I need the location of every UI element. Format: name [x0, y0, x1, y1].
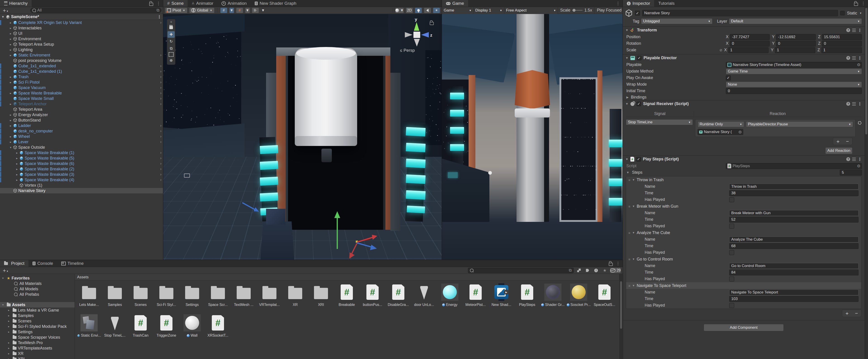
create-asset-button[interactable]: ＋▾ — [2, 267, 8, 274]
asset-tile[interactable]: #XRSocketT... — [205, 313, 231, 337]
initial-time-field[interactable]: 0 — [726, 88, 862, 94]
kebab-menu-icon[interactable]: ⋮ — [156, 1, 160, 6]
hierarchy-item[interactable]: ▸ ButtonStand — [0, 118, 163, 123]
scene-effects-dropdown[interactable]: ✶ — [433, 7, 440, 13]
steps-foldout[interactable]: Steps — [632, 170, 643, 175]
help-icon[interactable]: ? — [846, 157, 850, 161]
project-folder[interactable]: ▸Samples — [0, 313, 74, 318]
hierarchy-item[interactable]: desk_no_computer › — [0, 128, 163, 134]
asset-tile[interactable]: Wall — [179, 313, 205, 337]
move-tool[interactable]: ✚ — [167, 31, 175, 38]
scene-audio-toggle[interactable] — [424, 7, 431, 13]
asset-tile[interactable]: VRTemplat... — [256, 283, 282, 307]
reaction-target-field[interactable]: Narrative Story (⊙ — [698, 129, 743, 135]
scale-x-field[interactable]: 1 — [728, 47, 769, 53]
hierarchy-item[interactable]: Space Waste Small › — [0, 96, 163, 101]
rect-tool[interactable] — [168, 52, 174, 57]
drag-handle-icon[interactable]: ≡ — [628, 178, 630, 182]
add-signal-button[interactable]: ＋ — [833, 138, 843, 145]
step-header[interactable]: ≡ ▼ Break Meteor with Gun — [626, 203, 861, 210]
signal-receiver-header[interactable]: ▼ ✓ Signal Receiver (Script) ?⋮ — [623, 100, 865, 107]
scene-lighting-toggle[interactable] — [415, 7, 422, 13]
projection-label[interactable]: ≤Persp — [400, 48, 415, 53]
game-view-dropdown[interactable]: Game▼ — [442, 7, 473, 14]
signal-dropdown[interactable]: Stop TimeLine▼ — [626, 119, 693, 125]
step-name-field[interactable]: Analyze The Cube — [729, 236, 859, 242]
inspector-scrollbar[interactable] — [865, 7, 868, 359]
camera-gizmo-icon[interactable] — [184, 173, 190, 177]
tab-tutorials[interactable]: Tutorials — [654, 0, 679, 7]
handle-space-dropdown[interactable]: Global▼ — [189, 7, 215, 13]
asset-tile[interactable]: #TrashCan — [128, 313, 153, 337]
step-time-field[interactable]: 38 — [729, 190, 859, 196]
prefab-open-chevron[interactable]: › — [160, 91, 161, 95]
project-kebab-icon[interactable]: ⋮ — [616, 261, 620, 266]
wrap-mode-dropdown[interactable]: None▼ — [726, 81, 862, 88]
playable-director-header[interactable]: ▼ ✓ Playable Director ?⋮ — [623, 54, 865, 61]
favorites-root[interactable]: ▾★Favorites — [0, 275, 74, 281]
drag-handle-icon[interactable]: ≡ — [628, 257, 630, 261]
hierarchy-item[interactable]: ▸ Ladder › — [0, 123, 163, 128]
inspector-kebab-icon[interactable]: ⋮ — [861, 1, 865, 6]
position-y-field[interactable]: -12.51692 — [776, 34, 816, 40]
hierarchy-item[interactable]: ▾ Space Outside — [0, 144, 163, 150]
play-focused-dropdown[interactable]: Play Focused — [594, 7, 623, 14]
step-name-field[interactable]: Navigate To Space Teleport — [729, 289, 859, 295]
hierarchy-search-input[interactable]: All ⧉ — [30, 8, 161, 13]
tab-new-shader-graph[interactable]: New Shader Graph — [251, 0, 301, 7]
hierarchy-item[interactable]: Cube_1x1_extended › — [0, 63, 163, 69]
increment-snap-toggle[interactable]: # — [236, 7, 243, 13]
asset-tile[interactable]: #PlaySteps — [514, 283, 540, 307]
sr-kebab-icon[interactable]: ⋮ — [858, 101, 862, 106]
tab-scene[interactable]: # Scene — [163, 0, 188, 7]
hierarchy-item[interactable]: ▸ Teleport Anchor › — [0, 101, 163, 107]
search-in-icon[interactable]: ⧉ — [569, 268, 572, 273]
transform-tool[interactable]: ⊕ — [167, 57, 175, 64]
add-object-button[interactable]: ＋▾ — [2, 7, 8, 14]
gizmo-lock-icon[interactable] — [430, 22, 434, 25]
presets-icon[interactable] — [852, 158, 856, 161]
prefab-open-chevron[interactable]: › — [160, 124, 161, 128]
project-folder[interactable]: ▸XR — [0, 351, 74, 356]
step-fold-icon[interactable]: ▼ — [632, 284, 635, 287]
runtime-mode-dropdown[interactable]: Runtime Only▼ — [698, 121, 744, 127]
scene-viewport[interactable]: y z ≤Persp ≡ ✚ ↻ ⧉ ⊕ — [163, 14, 442, 260]
hierarchy-item[interactable]: ▸ Sci Fi Pistol › — [0, 79, 163, 85]
asset-tile[interactable]: #TriggerZone — [153, 313, 179, 337]
step-header[interactable]: ≡ ▼ Navigate To Space Teleport — [626, 282, 861, 289]
asset-tile[interactable]: ▶New Shad... — [489, 283, 514, 307]
hierarchy-item[interactable]: ▸ Space Waste Breakable (2) › — [0, 166, 163, 172]
signal-receiver-enabled-checkbox[interactable]: ✓ — [637, 102, 641, 106]
hierarchy-item[interactable]: post processing Volume — [0, 58, 163, 63]
prefab-open-chevron[interactable]: › — [160, 162, 161, 166]
hierarchy-item[interactable]: ▸ Complete XR Origin Set Up Variant › — [0, 20, 163, 25]
tag-dropdown[interactable]: Untagged▼ — [641, 18, 712, 24]
help-icon[interactable]: ? — [846, 102, 850, 106]
assets-root[interactable]: ▾Assets — [0, 302, 74, 307]
prefab-open-chevron[interactable]: › — [160, 96, 161, 101]
hierarchy-item[interactable]: ▸ Static Enviroment › — [0, 53, 163, 58]
asset-tile[interactable]: Space Scr... — [205, 283, 231, 307]
pd-kebab-icon[interactable]: ⋮ — [858, 56, 862, 61]
remove-signal-button[interactable]: − — [843, 138, 852, 145]
scale-y-field[interactable]: 1 — [775, 47, 815, 53]
tools-drag-handle[interactable]: ≡ — [170, 20, 172, 24]
project-lock-icon[interactable] — [609, 263, 613, 266]
has-played-checkbox[interactable] — [729, 303, 734, 308]
game-kebab-icon[interactable]: ⋮ — [616, 1, 620, 6]
prefab-open-chevron[interactable]: › — [160, 64, 161, 68]
scale-link-icon[interactable]: ⊘ — [719, 48, 722, 52]
tab-console[interactable]: Console — [29, 260, 57, 267]
prefab-open-chevron[interactable]: › — [160, 167, 161, 171]
grid-snap-toggle[interactable]: # — [220, 7, 227, 13]
asset-tile[interactable]: door UnLo... — [411, 283, 437, 307]
hierarchy-item[interactable]: ▸ Space Waste Breakable (5) › — [0, 156, 163, 161]
presets-icon[interactable] — [852, 102, 856, 105]
draw-mode-dropdown[interactable]: ▼ — [395, 7, 404, 13]
help-icon[interactable]: ? — [846, 28, 850, 32]
ps-kebab-icon[interactable]: ⋮ — [858, 157, 862, 162]
drag-handle-icon[interactable]: ≡ — [628, 284, 630, 288]
filter-importance-button[interactable]: ! — [593, 268, 599, 273]
tab-project[interactable]: Project — [0, 260, 29, 267]
transform-gizmo[interactable] — [329, 207, 381, 260]
